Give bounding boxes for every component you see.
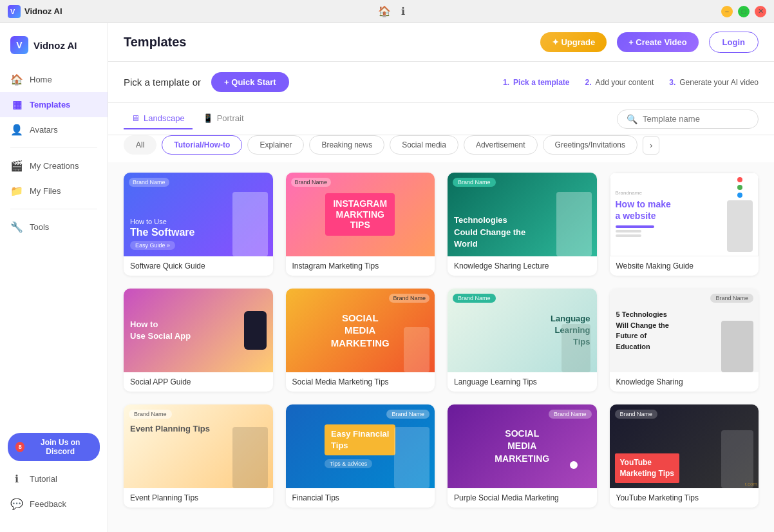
quick-start-button[interactable]: + Quick Start bbox=[211, 72, 289, 92]
template-card-website[interactable]: Brandname How to makea website bbox=[610, 173, 759, 276]
tab-landscape[interactable]: 🖥 Landscape bbox=[124, 108, 193, 129]
thumb-software: Brand Name How to Use The Software Easy … bbox=[124, 173, 273, 256]
maximize-button[interactable]: □ bbox=[738, 6, 750, 17]
brand-name: Vidnoz AI bbox=[33, 40, 77, 51]
sidebar-item-home[interactable]: 🏠 Home bbox=[0, 67, 108, 92]
watermark: r.com bbox=[744, 481, 757, 487]
template-card-event[interactable]: Brand Name Event Planning Tips Event Pla… bbox=[124, 404, 273, 508]
label-event: Event Planning Tips bbox=[124, 488, 273, 508]
cat-tab-all[interactable]: All bbox=[124, 135, 156, 155]
discord-badge: 8 bbox=[15, 442, 24, 452]
cat-tab-tutorial[interactable]: Tutorial/How-to bbox=[162, 135, 242, 155]
person-language bbox=[562, 324, 590, 372]
cat-tab-social[interactable]: Social media bbox=[390, 135, 458, 155]
thumb-website: Brandname How to makea website bbox=[610, 173, 759, 256]
discord-button[interactable]: 8 Join Us on Discord bbox=[8, 433, 100, 461]
template-card-financial[interactable]: Brand Name Easy FinancialTips Tips & adv… bbox=[286, 404, 435, 508]
cat-tab-advertisement[interactable]: Advertisement bbox=[464, 135, 538, 155]
cat-tab-greetings[interactable]: Greetings/Invitations bbox=[543, 135, 637, 155]
landscape-label: Landscape bbox=[144, 113, 185, 123]
info-icon-btn[interactable]: ℹ bbox=[401, 5, 405, 17]
cat-more-button[interactable]: › bbox=[643, 136, 659, 155]
close-button[interactable]: ✕ bbox=[755, 6, 766, 17]
sidebar-item-avatars[interactable]: 👤 Avatars bbox=[0, 117, 108, 142]
bullet-2 bbox=[616, 230, 641, 233]
sidebar-item-tutorial[interactable]: ℹ Tutorial bbox=[0, 466, 108, 491]
pick-template-text: Pick a template or bbox=[124, 77, 201, 88]
template-card-youtube[interactable]: Brand Name YouTubeMarketing Tips r.com Y… bbox=[610, 404, 759, 508]
upgrade-label: ✦ Upgrade bbox=[552, 37, 595, 47]
create-video-button[interactable]: + Create Video bbox=[617, 32, 698, 52]
event-title: Event Planning Tips bbox=[130, 424, 210, 433]
sidebar-item-templates[interactable]: ▦ Templates bbox=[0, 92, 108, 117]
label-knowledge2: Knowledge Sharing bbox=[610, 372, 759, 392]
label-instagram: Instagram Marketing Tips bbox=[286, 256, 435, 276]
label-language: Language Learning Tips bbox=[448, 372, 597, 392]
search-input[interactable] bbox=[643, 114, 746, 124]
thumb-social-media: Brand Name SOCIALMEDIAMARKETING bbox=[286, 289, 435, 372]
template-card-social-media[interactable]: Brand Name SOCIALMEDIAMARKETING Social M… bbox=[286, 289, 435, 392]
window-controls: − □ ✕ bbox=[721, 6, 766, 17]
thumb-badge-social-media: Brand Name bbox=[389, 294, 429, 303]
thumb-instagram: Brand Name INSTAGRAMMARKTINGTIPS bbox=[286, 173, 435, 256]
template-card-instagram[interactable]: Brand Name INSTAGRAMMARKTINGTIPS Instagr… bbox=[286, 173, 435, 276]
youtube-title: YouTubeMarketing Tips bbox=[615, 453, 679, 483]
feedback-icon: 💬 bbox=[10, 498, 23, 510]
purple-social-title: SOCIALMEDIAMARKETING bbox=[495, 428, 549, 466]
tab-portrait[interactable]: 📱 Portrait bbox=[195, 108, 252, 129]
templates-grid: Brand Name How to Use The Software Easy … bbox=[124, 173, 759, 508]
template-card-knowledge-lecture[interactable]: Brand Name TechnologiesCould Change theW… bbox=[448, 173, 597, 276]
login-button[interactable]: Login bbox=[709, 32, 759, 53]
portrait-icon: 📱 bbox=[203, 113, 213, 123]
step2-num: 2. bbox=[585, 78, 591, 87]
cat-tab-breaking[interactable]: Breaking news bbox=[309, 135, 384, 155]
person-financial bbox=[394, 427, 429, 488]
templates-grid-container: Brand Name How to Use The Software Easy … bbox=[108, 162, 774, 532]
minimize-button[interactable]: − bbox=[721, 6, 733, 17]
login-label: Login bbox=[722, 37, 745, 47]
step-2: 2. Add your content bbox=[585, 78, 654, 87]
person-knowledge bbox=[556, 192, 592, 256]
logo-icon: V bbox=[8, 5, 21, 18]
thumb-knowledge2: Brand Name 5 TechnologiesWill Change the… bbox=[610, 289, 759, 372]
person-knowledge2 bbox=[721, 321, 753, 372]
sidebar: V Vidnoz AI 🏠 Home ▦ Templates 👤 Avatars… bbox=[0, 23, 108, 532]
template-card-language[interactable]: Brand Name LanguageLearningTips Language… bbox=[448, 289, 597, 392]
search-box[interactable]: 🔍 bbox=[617, 109, 759, 129]
label-software: Software Quick Guide bbox=[124, 256, 273, 276]
dot-blue bbox=[737, 193, 742, 198]
template-card-social-app[interactable]: How toUse Social App Social APP Guide bbox=[124, 289, 273, 392]
sidebar-item-my-files[interactable]: 📁 My Files bbox=[0, 178, 108, 204]
upgrade-button[interactable]: ✦ Upgrade bbox=[540, 32, 607, 52]
cat-tab-explainer[interactable]: Explainer bbox=[247, 135, 304, 155]
template-card-software[interactable]: Brand Name How to Use The Software Easy … bbox=[124, 173, 273, 276]
person-website bbox=[727, 200, 753, 252]
home-icon-btn[interactable]: 🏠 bbox=[378, 5, 391, 17]
thumb-badge-financial: Brand Name bbox=[386, 410, 429, 419]
label-social-app: Social APP Guide bbox=[124, 372, 273, 392]
sidebar-item-label-files: My Files bbox=[30, 186, 61, 196]
app-name-titlebar: Vidnoz AI bbox=[24, 6, 62, 16]
step1-num: 1. bbox=[503, 78, 509, 87]
social-media-title: SOCIALMEDIAMARKETING bbox=[331, 312, 390, 350]
template-card-knowledge2[interactable]: Brand Name 5 TechnologiesWill Change the… bbox=[610, 289, 759, 392]
titlebar: V Vidnoz AI 🏠 ℹ − □ ✕ bbox=[0, 0, 774, 23]
templates-icon: ▦ bbox=[10, 99, 23, 111]
step-1: 1. Pick a template bbox=[503, 78, 569, 87]
quick-start-label: + Quick Start bbox=[224, 77, 276, 87]
home-icon: 🏠 bbox=[10, 73, 23, 86]
sidebar-item-feedback[interactable]: 💬 Feedback bbox=[0, 491, 108, 517]
person-social-media bbox=[404, 327, 429, 372]
social-app-text: How toUse Social App bbox=[130, 319, 191, 342]
thumb-badge-software: Brand Name bbox=[129, 178, 169, 187]
website-right bbox=[727, 177, 753, 252]
financial-title: Easy FinancialTips bbox=[325, 424, 395, 455]
dot-green bbox=[737, 185, 742, 190]
thumb-badge-event: Brand Name bbox=[129, 410, 172, 419]
quickstart-left: Pick a template or + Quick Start bbox=[124, 72, 289, 92]
sidebar-item-label-templates: Templates bbox=[30, 100, 70, 109]
sidebar-item-tools[interactable]: 🔧 Tools bbox=[0, 214, 108, 240]
sidebar-item-my-creations[interactable]: 🎬 My Creations bbox=[0, 153, 108, 178]
website-bullets bbox=[616, 225, 728, 237]
template-card-purple-social[interactable]: Brand Name SOCIALMEDIAMARKETING Purple S… bbox=[448, 404, 597, 508]
